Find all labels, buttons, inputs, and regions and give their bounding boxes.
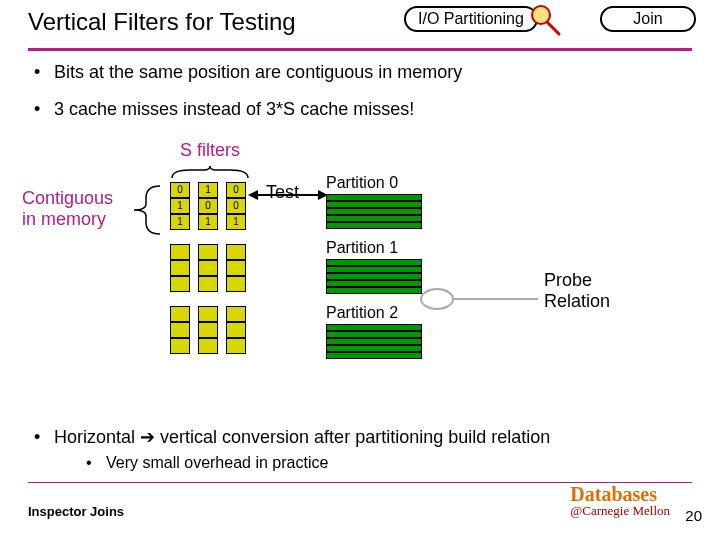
filter-cell: 1 xyxy=(198,214,218,230)
filter-col0-group0: 0 1 1 xyxy=(170,182,190,230)
test-arrow-icon xyxy=(250,194,310,196)
filter-cell: 0 xyxy=(226,198,246,214)
probe-l1: Probe xyxy=(544,270,610,291)
io-partitioning-button[interactable]: I/O Partitioning xyxy=(404,6,538,32)
brace-top-icon xyxy=(170,166,250,180)
s-filters-label: S filters xyxy=(180,140,240,161)
filter-col2-group1 xyxy=(226,244,246,292)
filter-col0-group2 xyxy=(170,306,190,354)
title-divider xyxy=(28,48,692,51)
contiguous-l2: in memory xyxy=(22,209,113,230)
bullet-2-text: 3 cache misses instead of 3*S cache miss… xyxy=(54,99,414,119)
right-arrow-icon: ➔ xyxy=(140,427,155,447)
filter-col1-group0: 1 0 1 xyxy=(198,182,218,230)
probe-l2: Relation xyxy=(544,291,610,312)
magnifier-icon xyxy=(526,2,562,38)
footer-databases: Databases xyxy=(570,484,670,504)
svg-line-1 xyxy=(547,22,559,34)
bullet-3-pre: Horizontal xyxy=(54,427,140,447)
contiguous-label: Contiguous in memory xyxy=(22,188,113,229)
svg-marker-3 xyxy=(248,190,258,200)
filter-cell: 0 xyxy=(226,182,246,198)
sub-bullet: •Very small overhead in practice xyxy=(86,454,328,472)
partition-1: Partition 1 xyxy=(326,239,422,294)
filter-col2-group2 xyxy=(226,306,246,354)
partitions: Partition 0 Partition 1 Partition 2 xyxy=(326,174,422,369)
filter-col1-group2 xyxy=(198,306,218,354)
filter-cell: 1 xyxy=(198,182,218,198)
join-button[interactable]: Join xyxy=(600,6,696,32)
bullet-2: •3 cache misses instead of 3*S cache mis… xyxy=(34,99,462,120)
partition-1-label: Partition 1 xyxy=(326,239,422,257)
filter-col0-group1 xyxy=(170,244,190,292)
partition-2: Partition 2 xyxy=(326,304,422,359)
partition-0: Partition 0 xyxy=(326,174,422,229)
footer-cmu: @Carnegie Mellon xyxy=(570,504,670,517)
partition-0-label: Partition 0 xyxy=(326,174,422,192)
contiguous-l1: Contiguous xyxy=(22,188,113,209)
bullet-3: •Horizontal ➔ vertical conversion after … xyxy=(34,426,550,448)
probe-relation-label: Probe Relation xyxy=(544,270,610,311)
filter-cell: 1 xyxy=(226,214,246,230)
brace-left-icon xyxy=(132,184,162,236)
page-number: 20 xyxy=(685,507,702,524)
partition-2-label: Partition 2 xyxy=(326,304,422,322)
probe-connector-icon xyxy=(452,298,538,300)
filter-col1-group1 xyxy=(198,244,218,292)
footer-left: Inspector Joins xyxy=(28,504,124,519)
probe-oval-icon xyxy=(420,288,454,310)
filter-cell: 1 xyxy=(170,198,190,214)
filter-cell: 0 xyxy=(198,198,218,214)
sub-bullet-text: Very small overhead in practice xyxy=(106,454,328,471)
filter-cell: 0 xyxy=(170,182,190,198)
footer-right: Databases @Carnegie Mellon xyxy=(570,484,670,517)
filter-cell: 1 xyxy=(170,214,190,230)
bullet-3-post: vertical conversion after partitioning b… xyxy=(155,427,550,447)
bullet-1-text: Bits at the same position are contiguous… xyxy=(54,62,462,82)
filter-col2-group0: 0 0 1 xyxy=(226,182,246,230)
bullet-1: •Bits at the same position are contiguou… xyxy=(34,62,462,83)
slide-title: Vertical Filters for Testing xyxy=(28,8,296,36)
